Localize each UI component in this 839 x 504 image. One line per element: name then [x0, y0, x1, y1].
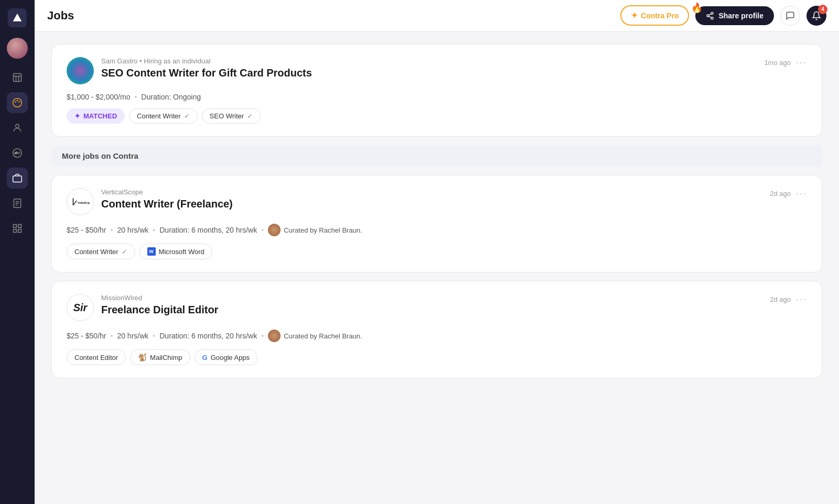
- sidebar-logo[interactable]: [8, 8, 27, 27]
- sidebar: [0, 0, 35, 504]
- hiring-type: Hiring as an individual: [144, 57, 210, 65]
- more-options-button[interactable]: ···: [796, 57, 807, 68]
- job-hours-2: 20 hrs/wk: [117, 226, 148, 234]
- svg-point-9: [16, 124, 19, 128]
- check-icon: ✓: [184, 112, 190, 120]
- share-icon: [706, 12, 714, 20]
- job-title-3[interactable]: Freelance Digital Editor: [101, 304, 218, 316]
- job-tags-2: Content Writer ✓ W Microsoft Word: [67, 244, 807, 259]
- svg-point-23: [707, 15, 709, 17]
- sidebar-item-person[interactable]: [7, 117, 28, 138]
- bolt-icon: ✦: [74, 112, 80, 120]
- tag-matched[interactable]: ✦ MATCHED: [67, 108, 125, 124]
- featured-job-card: Sam Gastro • Hiring as an individual SEO…: [51, 44, 822, 137]
- page-title: Jobs: [47, 9, 74, 23]
- job-tags-3: Content Editor 🐒 MailChimp G Google Apps: [67, 349, 807, 365]
- svg-rect-1: [14, 74, 21, 82]
- google-icon: G: [202, 354, 208, 361]
- main-area: Jobs ✦ Contra Pro 🔥 Share profile 4: [35, 0, 839, 504]
- job-time-2: 2d ago: [770, 190, 791, 198]
- company-logo-vertical: VerticalScope: [67, 188, 94, 215]
- curator-avatar-2: [268, 224, 281, 236]
- notifications-button[interactable]: 4: [806, 6, 826, 26]
- job-hours-3: 20 hrs/wk: [117, 332, 148, 340]
- more-options-button-3[interactable]: ···: [796, 294, 807, 305]
- svg-marker-0: [13, 14, 22, 21]
- job-card-left-2: VerticalScope VerticalScope Content Writ…: [67, 188, 233, 215]
- job-card-verticalscope: VerticalScope VerticalScope Content Writ…: [51, 175, 822, 272]
- user-avatar[interactable]: [7, 38, 28, 59]
- share-profile-button[interactable]: 🔥 Share profile: [695, 6, 774, 25]
- contra-pro-label: Contra Pro: [641, 12, 679, 20]
- job-duration: Duration: Ongoing: [141, 93, 201, 101]
- job-header-right-2: 2d ago ···: [770, 188, 807, 199]
- job-header-right: 1mo ago ···: [764, 57, 807, 68]
- job-time: 1mo ago: [764, 59, 791, 67]
- svg-point-5: [13, 98, 22, 107]
- svg-rect-20: [14, 229, 17, 233]
- job-duration-3: Duration: 6 months, 20 hrs/wk: [159, 332, 257, 340]
- word-icon: W: [147, 247, 156, 256]
- job-meta-2: $25 - $50/hr • 20 hrs/wk • Duration: 6 m…: [67, 224, 807, 236]
- curator-row-2: Curated by Rachel Braun.: [268, 224, 362, 236]
- tag-content-editor[interactable]: Content Editor: [67, 349, 126, 365]
- contra-pro-button[interactable]: ✦ Contra Pro: [620, 5, 689, 26]
- header: Jobs ✦ Contra Pro 🔥 Share profile 4: [35, 0, 839, 31]
- section-header-label: More jobs on Contra: [62, 151, 138, 160]
- job-meta: $1,000 - $2,000/mo • Duration: Ongoing: [67, 93, 807, 101]
- job-title-2[interactable]: Content Writer (Freelance): [101, 198, 233, 210]
- curator-name-2: Curated by Rachel Braun.: [284, 226, 362, 234]
- fire-emoji: 🔥: [691, 2, 703, 14]
- job-card-header: Sam Gastro • Hiring as an individual SEO…: [67, 57, 807, 84]
- check-icon-2: ✓: [247, 112, 253, 120]
- tag-seo-writer[interactable]: SEO Writer ✓: [202, 108, 261, 124]
- job-card-header-2: VerticalScope VerticalScope Content Writ…: [67, 188, 807, 215]
- job-info-3: MissionWired Freelance Digital Editor: [101, 294, 218, 316]
- job-time-3: 2d ago: [770, 295, 791, 303]
- messages-button[interactable]: [780, 6, 800, 26]
- svg-rect-21: [18, 229, 21, 233]
- notification-badge: 4: [818, 5, 827, 14]
- sidebar-item-building[interactable]: [7, 67, 28, 88]
- more-options-button-2[interactable]: ···: [796, 188, 807, 199]
- tag-microsoft-word[interactable]: W Microsoft Word: [139, 244, 212, 259]
- sidebar-item-grid[interactable]: [7, 218, 28, 239]
- job-card-missionwired: Sir MissionWired Freelance Digital Edito…: [51, 281, 822, 378]
- job-title[interactable]: SEO Content Writer for Gift Card Product…: [101, 67, 312, 79]
- job-salary-2: $25 - $50/hr: [67, 226, 106, 234]
- curator-avatar-3: [268, 330, 281, 342]
- sidebar-item-compass[interactable]: [7, 143, 28, 163]
- company-logo-sam: [67, 57, 94, 84]
- job-salary: $1,000 - $2,000/mo: [67, 93, 130, 101]
- svg-point-8: [18, 101, 20, 103]
- svg-line-26: [709, 14, 712, 15]
- job-header-right-3: 2d ago ···: [770, 294, 807, 305]
- vertical-scope-logo-svg: VerticalScope: [71, 194, 90, 209]
- job-info: Sam Gastro • Hiring as an individual SEO…: [101, 57, 312, 79]
- svg-line-28: [73, 201, 77, 205]
- job-card-left-3: Sir MissionWired Freelance Digital Edito…: [67, 294, 218, 321]
- tag-mailchimp[interactable]: 🐒 MailChimp: [130, 349, 190, 365]
- svg-rect-13: [13, 176, 22, 182]
- sidebar-item-document[interactable]: [7, 193, 28, 214]
- job-duration-2: Duration: 6 months, 20 hrs/wk: [159, 226, 257, 234]
- job-salary-3: $25 - $50/hr: [67, 332, 106, 340]
- curator-name-3: Curated by Rachel Braun.: [284, 332, 362, 340]
- sidebar-item-briefcase[interactable]: [7, 168, 28, 189]
- curator-row-3: Curated by Rachel Braun.: [268, 330, 362, 342]
- header-actions: ✦ Contra Pro 🔥 Share profile 4: [620, 5, 826, 26]
- check-icon-3: ✓: [122, 248, 127, 256]
- svg-point-7: [17, 100, 18, 102]
- svg-line-25: [709, 16, 712, 18]
- svg-text:VerticalScope: VerticalScope: [78, 201, 90, 204]
- svg-marker-12: [14, 151, 18, 155]
- share-profile-label: Share profile: [718, 12, 763, 20]
- tag-content-writer-2[interactable]: Content Writer ✓: [67, 244, 135, 259]
- job-tags: ✦ MATCHED Content Writer ✓ SEO Writer ✓: [67, 108, 807, 124]
- tag-google-apps[interactable]: G Google Apps: [195, 349, 258, 365]
- more-jobs-section-header: More jobs on Contra: [51, 145, 822, 167]
- svg-rect-19: [18, 225, 21, 228]
- tag-content-writer[interactable]: Content Writer ✓: [129, 108, 198, 124]
- job-company-name: Sam Gastro • Hiring as an individual: [101, 57, 312, 65]
- sidebar-item-palette[interactable]: [7, 92, 28, 113]
